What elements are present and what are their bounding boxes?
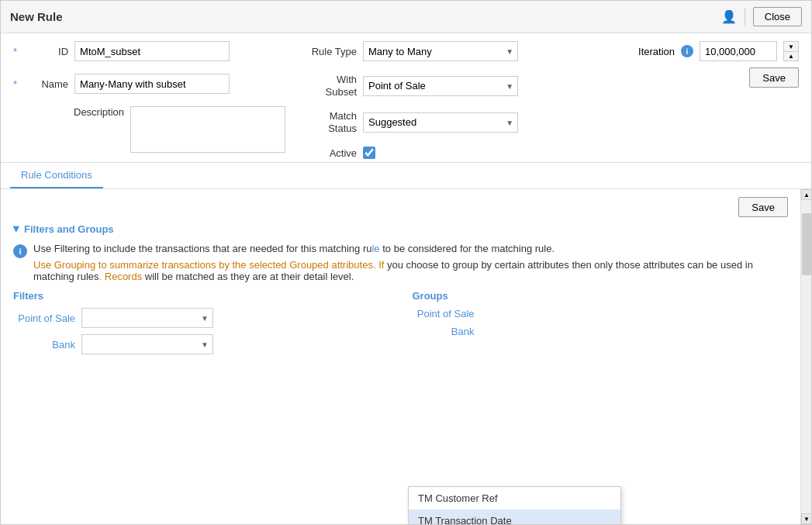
iteration-info-icon[interactable]: i — [681, 45, 693, 57]
description-label: Description — [74, 106, 130, 118]
header-divider — [745, 8, 745, 26]
content-save-button[interactable]: Save — [738, 197, 788, 217]
rule-type-wrapper: Many to Many ▼ — [363, 41, 518, 61]
rule-type-select[interactable]: Many to Many — [363, 41, 518, 61]
content-wrapper: Save ▶ Filters and Groups i Use Filterin… — [1, 189, 811, 524]
group-bank-label: Bank — [413, 326, 475, 337]
filter-pos-label: Point of Sale — [13, 313, 75, 324]
dropdown-item-0[interactable]: TM Customer Ref — [409, 487, 620, 509]
group-pos-row: Point of Sale — [413, 308, 789, 319]
description-row: Description — [13, 106, 285, 153]
info-circle-icon: i — [13, 244, 27, 258]
header-right: 👤 Close — [721, 7, 802, 26]
name-row: * Name — [13, 74, 285, 94]
filters-column: Filters Point of Sale ▼ Bank — [13, 290, 389, 361]
match-status-wrapper: Suggested ▼ — [363, 112, 518, 133]
top-form-area: * ID * Name Description Rule Type — [1, 33, 811, 163]
filter-bank-wrapper: ▼ — [81, 334, 213, 354]
filter-bank-select[interactable] — [81, 334, 213, 354]
scrollbar-thumb[interactable] — [802, 213, 811, 275]
match-status-select[interactable]: Suggested — [363, 112, 518, 133]
content-area: Save ▶ Filters and Groups i Use Filterin… — [1, 189, 811, 368]
filter-pos-select[interactable] — [81, 308, 213, 328]
group-pos-label: Point of Sale — [413, 308, 475, 319]
groups-column: Groups Point of Sale Bank — [413, 290, 789, 361]
info-text: Use Filtering to include the transaction… — [33, 243, 788, 282]
with-subset-wrapper: Point of Sale ▼ — [363, 76, 518, 96]
rule-type-row: Rule Type Many to Many ▼ — [301, 41, 615, 61]
filter-bank-label: Bank — [13, 339, 75, 351]
iteration-row: Iteration i ▼ ▲ — [638, 41, 799, 61]
scrollbar-up-button[interactable]: ▲ — [801, 189, 811, 200]
with-subset-label: WithSubset — [301, 74, 363, 98]
right-form: Rule Type Many to Many ▼ WithSubset Poin… — [285, 41, 615, 159]
with-subset-select[interactable]: Point of Sale — [363, 76, 518, 96]
tab-bar: Rule Conditions — [1, 163, 811, 189]
info-suffix: to be considered for the matching rule. — [382, 243, 555, 254]
filters-groups-columns: Filters Point of Sale ▼ Bank — [13, 290, 788, 361]
user-icon: 👤 — [721, 9, 737, 24]
groups-col-title: Groups — [413, 290, 789, 302]
filters-groups-label: Filters and Groups — [24, 223, 114, 235]
top-save-button[interactable]: Save — [749, 67, 799, 88]
filters-expand-icon: ▶ — [12, 226, 21, 233]
description-input[interactable] — [130, 106, 285, 153]
info-main-text: Use Filtering to include the transaction… — [33, 243, 371, 254]
active-row: Active — [301, 147, 615, 159]
with-subset-row: WithSubset Point of Sale ▼ — [301, 74, 615, 98]
new-rule-dialog: New Rule 👤 Close * ID * Name Description — [0, 0, 812, 525]
filter-pos-wrapper: ▼ — [81, 308, 213, 328]
name-input[interactable] — [74, 74, 230, 94]
tab-rule-conditions[interactable]: Rule Conditions — [10, 163, 103, 188]
scrollbar-track: ▲ ▼ — [800, 189, 811, 524]
iteration-down-button[interactable]: ▼ — [783, 41, 799, 51]
info-grouping-text: Use Grouping to summarize transactions b… — [33, 259, 788, 282]
filter-bank-row: Bank ▼ — [13, 334, 389, 354]
dialog-title: New Rule — [10, 10, 63, 23]
iteration-arrows: ▼ ▲ — [783, 41, 799, 61]
active-label: Active — [301, 147, 363, 159]
filter-pos-row: Point of Sale ▼ — [13, 308, 389, 328]
dropdown-menu: TM Customer Ref TM Transaction Date TM C… — [408, 486, 621, 524]
group-bank-row: Bank — [413, 326, 789, 337]
id-required: * — [13, 46, 17, 57]
iteration-up-button[interactable]: ▲ — [783, 51, 799, 61]
dialog-header: New Rule 👤 Close — [1, 1, 811, 33]
iteration-input[interactable] — [700, 41, 777, 61]
name-required: * — [13, 78, 17, 90]
filters-groups-header[interactable]: ▶ Filters and Groups — [13, 223, 788, 235]
rule-type-label: Rule Type — [301, 46, 363, 57]
id-input[interactable] — [74, 41, 230, 61]
name-label: Name — [20, 78, 74, 90]
info-link-text: le — [371, 243, 382, 254]
info-box: i Use Filtering to include the transacti… — [13, 243, 788, 282]
active-checkbox[interactable] — [363, 147, 375, 159]
id-label: ID — [20, 46, 74, 57]
close-button[interactable]: Close — [753, 7, 802, 26]
content-save-row: Save — [13, 197, 788, 217]
left-form: * ID * Name Description — [13, 41, 285, 159]
match-status-row: MatchStatus Suggested ▼ — [301, 110, 615, 134]
scrollbar-down-button[interactable]: ▼ — [801, 513, 811, 524]
iteration-save-area: Iteration i ▼ ▲ Save — [615, 41, 799, 88]
filters-col-title: Filters — [13, 290, 389, 302]
dropdown-item-1[interactable]: TM Transaction Date — [409, 509, 620, 524]
id-row: * ID — [13, 41, 285, 61]
match-status-label: MatchStatus — [301, 110, 363, 134]
iteration-label: Iteration — [638, 46, 675, 57]
